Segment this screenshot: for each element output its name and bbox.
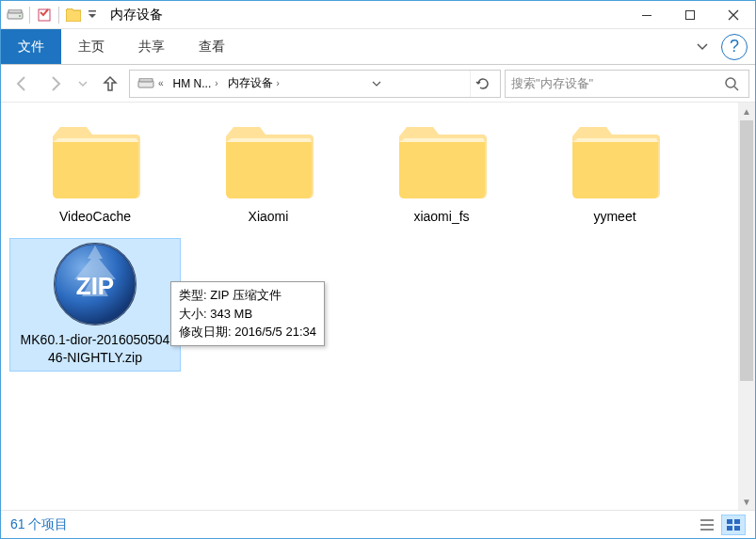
item-count: 61 个项目 [10, 516, 68, 533]
svg-rect-5 [642, 15, 651, 16]
folder-item[interactable]: yymeet [530, 116, 700, 230]
svg-rect-6 [686, 10, 695, 19]
drive-icon [5, 5, 25, 25]
folder-icon [221, 119, 315, 204]
folder-icon [568, 119, 662, 204]
svg-rect-19 [734, 526, 740, 531]
refresh-button[interactable] [470, 71, 496, 97]
forward-button[interactable] [40, 69, 71, 99]
svg-rect-18 [727, 526, 732, 531]
svg-rect-15 [700, 529, 714, 531]
breadcrumb-segment[interactable]: HM N... › [169, 71, 222, 97]
tab-view[interactable]: 查看 [182, 29, 242, 64]
qat-properties-icon[interactable] [34, 5, 55, 25]
breadcrumb-segment[interactable]: 内存设备 › [224, 71, 283, 97]
svg-rect-4 [88, 10, 96, 12]
chevron-right-icon[interactable]: › [215, 78, 217, 88]
chevron-right-icon[interactable]: › [277, 78, 280, 88]
titlebar: 内存设备 [1, 1, 755, 29]
window-title: 内存设备 [110, 7, 163, 24]
search-box[interactable] [505, 70, 749, 98]
maximize-button[interactable] [668, 1, 712, 29]
icons-view-button[interactable] [721, 515, 746, 535]
back-button[interactable] [7, 69, 37, 99]
history-dropdown-icon[interactable] [74, 69, 91, 99]
breadcrumb-label: 内存设备 [228, 75, 273, 91]
status-bar: 61 个项目 [1, 510, 755, 538]
scroll-up-icon[interactable]: ▲ [738, 103, 755, 119]
svg-rect-17 [734, 519, 740, 524]
file-tooltip: 类型: ZIP 压缩文件 大小: 343 MB 修改日期: 2016/5/5 2… [170, 281, 325, 346]
search-input[interactable] [511, 76, 720, 90]
address-root-icon[interactable]: « [134, 71, 168, 97]
folder-item[interactable]: xiaomi_fs [357, 116, 526, 230]
svg-point-2 [19, 15, 21, 17]
folder-icon [48, 119, 142, 204]
navigation-bar: « HM N... › 内存设备 › [1, 65, 755, 103]
item-label: xiaomi_fs [413, 208, 469, 226]
svg-rect-16 [727, 519, 732, 524]
qat-newfolder-icon[interactable] [63, 5, 84, 25]
item-label: MK60.1-dior-201605050446-NIGHTLY.zip [20, 331, 170, 367]
item-label: VideoCache [59, 208, 131, 226]
item-label: Xiaomi [249, 208, 289, 226]
details-view-button[interactable] [695, 515, 719, 535]
ribbon-tabs: 文件 主页 共享 查看 ? [1, 29, 755, 65]
tab-share[interactable]: 共享 [121, 29, 182, 64]
folder-item[interactable]: Xiaomi [184, 116, 353, 230]
svg-point-9 [726, 78, 735, 87]
qat-dropdown-icon[interactable] [86, 5, 99, 25]
help-button[interactable]: ? [721, 34, 748, 60]
file-tab[interactable]: 文件 [1, 29, 61, 64]
ribbon-expand-icon[interactable] [689, 34, 716, 60]
minimize-button[interactable] [625, 1, 668, 29]
tab-home[interactable]: 主页 [61, 29, 121, 64]
svg-rect-14 [700, 524, 714, 526]
file-pane[interactable]: VideoCache Xiaomi xiaomi_fs yymeet [1, 103, 755, 510]
svg-rect-13 [700, 519, 714, 521]
scrollbar-thumb[interactable] [740, 120, 753, 381]
vertical-scrollbar[interactable]: ▲ ▼ [738, 103, 755, 510]
close-button[interactable] [712, 1, 755, 29]
svg-rect-8 [139, 78, 153, 82]
address-bar[interactable]: « HM N... › 内存设备 › [129, 70, 501, 98]
svg-text:ZIP: ZIP [75, 272, 113, 300]
up-button[interactable] [95, 69, 125, 99]
folder-item[interactable]: VideoCache [10, 116, 180, 230]
search-icon[interactable] [720, 72, 743, 95]
item-label: yymeet [593, 208, 635, 226]
svg-rect-1 [8, 9, 22, 13]
folder-icon [394, 119, 489, 204]
scroll-down-icon[interactable]: ▼ [738, 493, 755, 510]
zip-icon: ZIP [48, 243, 142, 327]
breadcrumb-label: HM N... [173, 77, 212, 90]
address-history-icon[interactable] [369, 71, 384, 97]
zip-file-item[interactable]: ZIP MK60.1-dior-201605050446-NIGHTLY.zip [10, 239, 180, 371]
